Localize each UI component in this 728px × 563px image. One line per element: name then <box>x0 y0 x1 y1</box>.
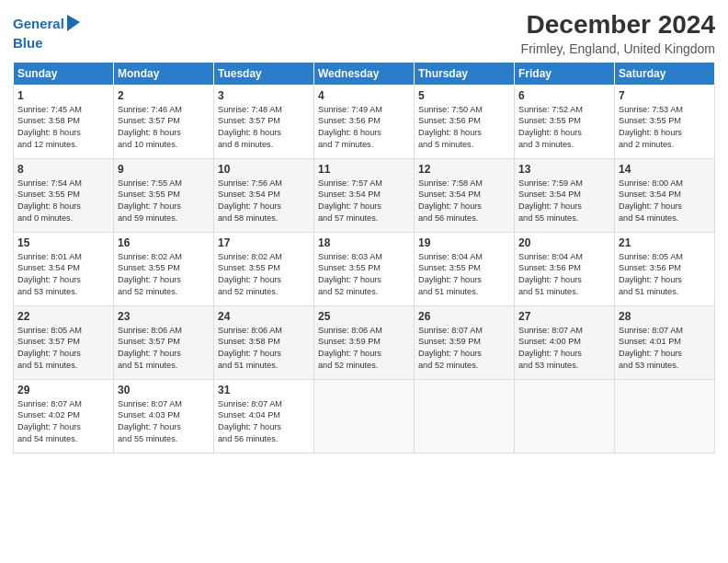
cell-details: Sunrise: 7:45 AMSunset: 3:58 PMDaylight:… <box>17 104 109 152</box>
calendar-cell: 14Sunrise: 8:00 AMSunset: 3:54 PMDayligh… <box>615 158 715 232</box>
day-number: 9 <box>118 163 210 176</box>
day-number: 8 <box>17 163 109 176</box>
calendar-cell: 16Sunrise: 8:02 AMSunset: 3:55 PMDayligh… <box>114 232 214 305</box>
calendar-cell: 4Sunrise: 7:49 AMSunset: 3:56 PMDaylight… <box>314 85 415 158</box>
cell-details: Sunrise: 8:07 AMSunset: 4:01 PMDaylight:… <box>619 325 711 373</box>
day-number: 16 <box>118 236 210 249</box>
cell-details: Sunrise: 7:58 AMSunset: 3:54 PMDaylight:… <box>418 178 510 225</box>
cell-details: Sunrise: 7:48 AMSunset: 3:57 PMDaylight:… <box>218 104 310 152</box>
calendar-cell: 17Sunrise: 8:02 AMSunset: 3:55 PMDayligh… <box>214 232 314 305</box>
day-number: 30 <box>118 384 210 396</box>
day-number: 4 <box>318 89 410 102</box>
cell-details: Sunrise: 8:04 AMSunset: 3:55 PMDaylight:… <box>418 251 510 299</box>
logo-text-line1: General <box>13 16 64 32</box>
calendar-cell: 11Sunrise: 7:57 AMSunset: 3:54 PMDayligh… <box>314 158 415 232</box>
day-number: 12 <box>418 163 510 176</box>
day-number: 13 <box>518 163 610 176</box>
calendar-header-sunday: Sunday <box>14 62 114 85</box>
cell-details: Sunrise: 8:05 AMSunset: 3:57 PMDaylight:… <box>17 325 109 373</box>
cell-details: Sunrise: 8:06 AMSunset: 3:58 PMDaylight:… <box>218 325 310 373</box>
calendar-cell: 8Sunrise: 7:54 AMSunset: 3:55 PMDaylight… <box>14 158 114 232</box>
calendar-header-monday: Monday <box>114 62 214 85</box>
calendar-cell <box>314 379 415 453</box>
cell-details: Sunrise: 8:06 AMSunset: 3:57 PMDaylight:… <box>118 325 210 373</box>
cell-details: Sunrise: 7:57 AMSunset: 3:54 PMDaylight:… <box>318 178 410 225</box>
calendar-cell: 10Sunrise: 7:56 AMSunset: 3:54 PMDayligh… <box>214 158 314 232</box>
day-number: 6 <box>518 89 610 102</box>
calendar-cell: 3Sunrise: 7:48 AMSunset: 3:57 PMDaylight… <box>214 85 314 158</box>
cell-details: Sunrise: 7:54 AMSunset: 3:55 PMDaylight:… <box>17 178 109 225</box>
calendar-header-thursday: Thursday <box>415 62 515 85</box>
day-number: 17 <box>218 236 310 249</box>
day-number: 3 <box>218 89 310 102</box>
cell-details: Sunrise: 8:07 AMSunset: 4:03 PMDaylight:… <box>118 398 210 446</box>
calendar-week-row: 1Sunrise: 7:45 AMSunset: 3:58 PMDaylight… <box>14 85 715 158</box>
calendar-cell: 25Sunrise: 8:06 AMSunset: 3:59 PMDayligh… <box>314 305 415 379</box>
calendar-week-row: 15Sunrise: 8:01 AMSunset: 3:54 PMDayligh… <box>14 232 715 305</box>
cell-details: Sunrise: 8:02 AMSunset: 3:55 PMDaylight:… <box>218 251 310 299</box>
day-number: 23 <box>118 310 210 323</box>
calendar-cell: 23Sunrise: 8:06 AMSunset: 3:57 PMDayligh… <box>114 305 214 379</box>
calendar-week-row: 22Sunrise: 8:05 AMSunset: 3:57 PMDayligh… <box>14 305 715 379</box>
cell-details: Sunrise: 8:07 AMSunset: 4:00 PMDaylight:… <box>518 325 610 373</box>
calendar-cell: 2Sunrise: 7:46 AMSunset: 3:57 PMDaylight… <box>114 85 214 158</box>
calendar-cell: 13Sunrise: 7:59 AMSunset: 3:54 PMDayligh… <box>515 158 615 232</box>
calendar-cell: 15Sunrise: 8:01 AMSunset: 3:54 PMDayligh… <box>14 232 114 305</box>
day-number: 7 <box>619 89 711 102</box>
header: General Blue December 2024 Frimley, Engl… <box>13 9 715 56</box>
calendar-cell: 21Sunrise: 8:05 AMSunset: 3:56 PMDayligh… <box>615 232 715 305</box>
calendar-cell: 26Sunrise: 8:07 AMSunset: 3:59 PMDayligh… <box>415 305 515 379</box>
cell-details: Sunrise: 8:02 AMSunset: 3:55 PMDaylight:… <box>118 251 210 299</box>
calendar-week-row: 8Sunrise: 7:54 AMSunset: 3:55 PMDaylight… <box>14 158 715 232</box>
day-number: 26 <box>418 310 510 323</box>
calendar-cell: 24Sunrise: 8:06 AMSunset: 3:58 PMDayligh… <box>214 305 314 379</box>
cell-details: Sunrise: 8:06 AMSunset: 3:59 PMDaylight:… <box>318 325 410 373</box>
cell-details: Sunrise: 8:07 AMSunset: 3:59 PMDaylight:… <box>418 325 510 373</box>
cell-details: Sunrise: 8:03 AMSunset: 3:55 PMDaylight:… <box>318 251 410 299</box>
calendar-cell: 27Sunrise: 8:07 AMSunset: 4:00 PMDayligh… <box>515 305 615 379</box>
calendar-header-saturday: Saturday <box>615 62 715 85</box>
logo: General Blue <box>13 13 82 52</box>
day-number: 28 <box>619 310 711 323</box>
day-number: 24 <box>218 310 310 323</box>
page-container: General Blue December 2024 Frimley, Engl… <box>0 0 728 563</box>
calendar-header-wednesday: Wednesday <box>314 62 415 85</box>
subtitle: Frimley, England, United Kingdom <box>521 41 715 56</box>
calendar-cell: 20Sunrise: 8:04 AMSunset: 3:56 PMDayligh… <box>515 232 615 305</box>
day-number: 19 <box>418 236 510 249</box>
day-number: 15 <box>17 236 109 249</box>
cell-details: Sunrise: 8:07 AMSunset: 4:04 PMDaylight:… <box>218 398 310 446</box>
cell-details: Sunrise: 7:52 AMSunset: 3:55 PMDaylight:… <box>518 104 610 152</box>
calendar-cell: 12Sunrise: 7:58 AMSunset: 3:54 PMDayligh… <box>415 158 515 232</box>
calendar-cell: 5Sunrise: 7:50 AMSunset: 3:56 PMDaylight… <box>415 85 515 158</box>
day-number: 18 <box>318 236 410 249</box>
cell-details: Sunrise: 8:00 AMSunset: 3:54 PMDaylight:… <box>619 178 711 225</box>
calendar-cell: 22Sunrise: 8:05 AMSunset: 3:57 PMDayligh… <box>14 305 114 379</box>
day-number: 25 <box>318 310 410 323</box>
day-number: 22 <box>17 310 109 323</box>
cell-details: Sunrise: 7:55 AMSunset: 3:55 PMDaylight:… <box>118 178 210 225</box>
cell-details: Sunrise: 8:04 AMSunset: 3:56 PMDaylight:… <box>518 251 610 299</box>
day-number: 2 <box>118 89 210 102</box>
calendar-table: SundayMondayTuesdayWednesdayThursdayFrid… <box>13 62 715 454</box>
cell-details: Sunrise: 8:01 AMSunset: 3:54 PMDaylight:… <box>17 251 109 299</box>
main-title: December 2024 <box>521 9 715 40</box>
calendar-cell <box>515 379 615 453</box>
calendar-header-tuesday: Tuesday <box>214 62 314 85</box>
calendar-cell: 1Sunrise: 7:45 AMSunset: 3:58 PMDaylight… <box>14 85 114 158</box>
calendar-cell: 28Sunrise: 8:07 AMSunset: 4:01 PMDayligh… <box>615 305 715 379</box>
cell-details: Sunrise: 8:05 AMSunset: 3:56 PMDaylight:… <box>619 251 711 299</box>
calendar-cell: 7Sunrise: 7:53 AMSunset: 3:55 PMDaylight… <box>615 85 715 158</box>
cell-details: Sunrise: 7:56 AMSunset: 3:54 PMDaylight:… <box>218 178 310 225</box>
title-block: December 2024 Frimley, England, United K… <box>521 9 715 56</box>
calendar-cell: 31Sunrise: 8:07 AMSunset: 4:04 PMDayligh… <box>214 379 314 453</box>
calendar-cell: 6Sunrise: 7:52 AMSunset: 3:55 PMDaylight… <box>515 85 615 158</box>
day-number: 14 <box>619 163 711 176</box>
cell-details: Sunrise: 7:49 AMSunset: 3:56 PMDaylight:… <box>318 104 410 152</box>
day-number: 10 <box>218 163 310 176</box>
calendar-cell: 19Sunrise: 8:04 AMSunset: 3:55 PMDayligh… <box>415 232 515 305</box>
day-number: 1 <box>17 89 109 102</box>
day-number: 20 <box>518 236 610 249</box>
cell-details: Sunrise: 7:53 AMSunset: 3:55 PMDaylight:… <box>619 104 711 152</box>
cell-details: Sunrise: 7:59 AMSunset: 3:54 PMDaylight:… <box>518 178 610 225</box>
